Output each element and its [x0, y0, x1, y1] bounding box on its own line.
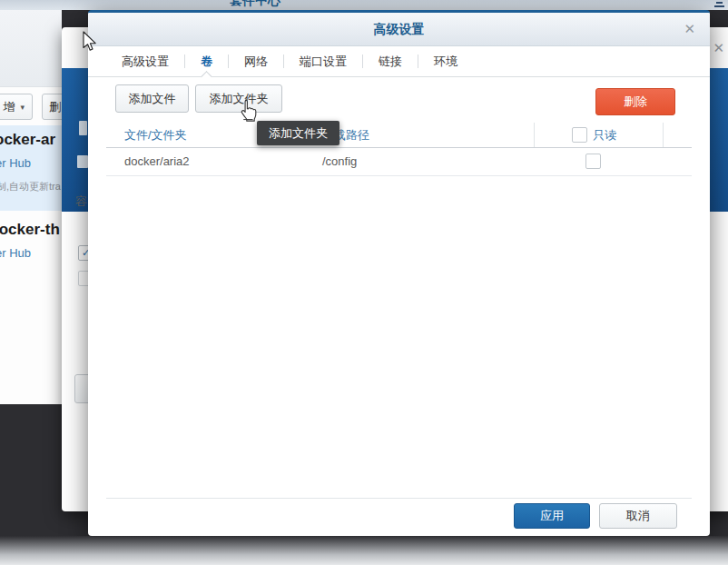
column-divider	[534, 123, 535, 147]
tab-label: 高级设置	[122, 55, 169, 68]
registry-item-source: er Hub	[0, 246, 31, 260]
readonly-header-checkbox[interactable]	[572, 127, 587, 143]
table-header-row: 文件/文件夹 装载路径 只读	[106, 123, 692, 148]
delete-button[interactable]: 删除	[595, 88, 675, 115]
close-icon[interactable]: ✕	[713, 40, 724, 56]
registry-item-title: locker-th	[0, 221, 60, 239]
cancel-button[interactable]: 取消	[599, 503, 677, 529]
desktop-bottom-strip	[0, 536, 728, 565]
registry-list-item[interactable]: ocker-ar er Hub 制,自动更新tra	[0, 125, 62, 211]
add-file-button[interactable]: 添加文件	[115, 84, 189, 113]
docker-panel-chrome	[0, 10, 62, 87]
readonly-row-checkbox[interactable]	[585, 154, 601, 169]
tab-network[interactable]: 网络	[229, 46, 283, 76]
tab-label: 卷	[201, 55, 212, 68]
tab-label: 端口设置	[300, 55, 347, 68]
tab-volume[interactable]: 卷	[185, 46, 228, 76]
row-mount-value: /config	[322, 154, 357, 168]
tab-port-settings[interactable]: 端口设置	[284, 46, 362, 76]
table-row[interactable]: docker/aria2 /config	[106, 148, 692, 176]
add-button-fragment[interactable]: 增 ▾	[0, 94, 33, 120]
row-file-value: docker/aria2	[124, 154, 190, 168]
desktop-fragment	[714, 5, 724, 7]
column-header-file[interactable]: 文件/文件夹	[124, 127, 187, 144]
desktop-fragment	[716, 2, 723, 4]
tab-bar: 高级设置 卷 网络 端口设置 链接 环境	[88, 46, 710, 77]
wizard-side-label: 容	[75, 193, 87, 210]
dialog-title: 高级设置	[88, 13, 710, 45]
tab-advanced-settings[interactable]: 高级设置	[106, 46, 184, 76]
banner-glyph-fragment	[79, 121, 87, 135]
banner-glyph-fragment	[77, 155, 88, 168]
tab-label: 网络	[244, 55, 268, 68]
docker-registry-panel: 增 ▾ 删 ocker-ar er Hub 制,自动更新tra locker-t…	[0, 10, 62, 404]
active-tab-notch	[201, 71, 212, 83]
add-folder-tooltip: 添加文件夹	[257, 121, 339, 145]
background-window-title: 套件中心	[230, 0, 280, 9]
delete-button-label: 删	[49, 99, 61, 115]
registry-item-source: er Hub	[0, 156, 31, 170]
tab-label: 链接	[379, 55, 402, 68]
apply-button[interactable]: 应用	[514, 503, 590, 529]
column-header-readonly: 只读	[593, 127, 616, 144]
chevron-down-icon: ▾	[20, 103, 25, 112]
delete-button-fragment[interactable]: 删	[42, 94, 62, 120]
tab-links[interactable]: 链接	[363, 46, 418, 76]
screen: 套件中心 增 ▾ 删 ocker-ar er Hub 制,自动更新tra loc…	[0, 0, 728, 565]
volume-table: 文件/文件夹 装载路径 只读 docker/aria2 /config	[106, 123, 692, 176]
advanced-settings-dialog: 高级设置 ✕ 高级设置 卷 网络 端口设置 链接 环境 添加文件 添加文件夹 删…	[88, 10, 710, 536]
add-folder-button[interactable]: 添加文件夹	[195, 84, 282, 113]
dialog-header: 高级设置 ✕	[88, 13, 710, 46]
tab-label: 环境	[434, 55, 457, 68]
add-button-label: 增	[3, 99, 15, 115]
registry-item-title: ocker-ar	[0, 131, 55, 149]
footer-divider	[106, 498, 692, 499]
close-icon[interactable]: ✕	[684, 21, 695, 37]
registry-list-item[interactable]: locker-th er Hub	[0, 215, 62, 270]
registry-item-description: 制,自动更新tra	[0, 180, 61, 193]
column-divider	[663, 123, 664, 147]
tab-environment[interactable]: 环境	[418, 46, 473, 76]
background-window-titlebar: 套件中心	[0, 0, 728, 10]
